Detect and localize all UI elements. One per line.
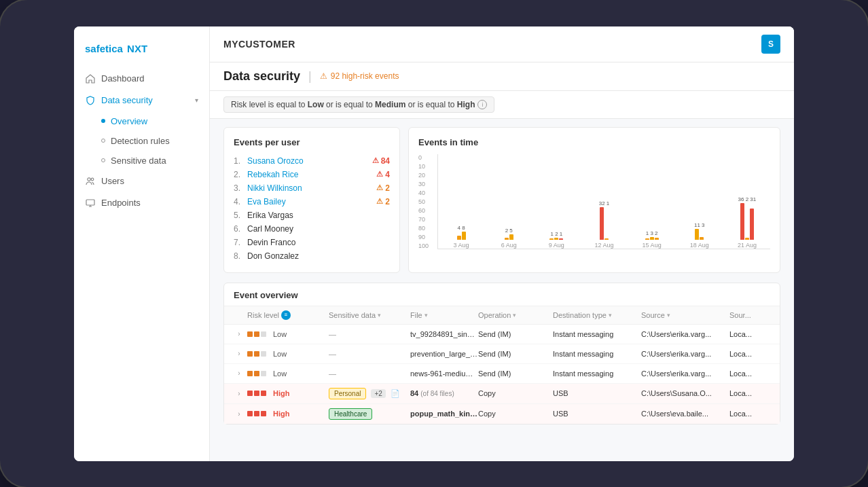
source2-cell: Loca...: [729, 369, 770, 378]
content-area: Events per user 1. Susana Orozco ⚠84 2. …: [210, 119, 794, 461]
expand-button[interactable]: ›: [234, 388, 245, 399]
list-item: 2. Rebekah Rice ⚠4: [234, 168, 390, 181]
sidebar-label-users: Users: [101, 176, 124, 186]
sq1: [247, 411, 253, 416]
inactive-dot: [101, 139, 105, 143]
sensitive-data-cell: Healthcare: [329, 408, 410, 420]
table-row: › Low — news-961-medium-darryl-strawberr…: [224, 364, 780, 384]
th-risk[interactable]: Risk level ≡: [247, 310, 329, 320]
sq3: [261, 391, 266, 396]
sensitive-data-cell: Personal +2 📄: [329, 388, 410, 399]
event-overview-card: Event overview Risk level ≡ Sensitive da…: [223, 283, 780, 425]
home-icon: [85, 73, 96, 84]
bar: [549, 238, 554, 240]
expand-button[interactable]: ›: [234, 368, 245, 379]
filter-pill[interactable]: Risk level is equal to Low or is equal t…: [223, 96, 494, 113]
charts-row: Events per user 1. Susana Orozco ⚠84 2. …: [223, 127, 780, 273]
top-bar-actions: S: [761, 35, 780, 54]
y-axis: 100 90 80 70 60 50 40 30 20 10 0: [418, 154, 435, 249]
destination-cell: Instant messaging: [553, 350, 641, 358]
bar: [740, 203, 744, 240]
user-list: 1. Susana Orozco ⚠84 2. Rebekah Rice ⚠4 …: [234, 154, 390, 263]
sidebar-item-overview[interactable]: Overview: [74, 111, 209, 131]
bar: [457, 236, 461, 240]
source2-cell: Loca...: [729, 389, 770, 397]
risk-squares: [247, 351, 266, 357]
tablet-frame: safetica NXT Dashboard Data security: [0, 0, 868, 487]
sq3: [261, 411, 266, 416]
chart-bars-area: 4 8 3 Aug 2 5: [437, 154, 770, 249]
sq2: [254, 331, 259, 337]
chart-group-21aug: 36 2 31 21 Aug: [724, 196, 770, 249]
bar: [695, 229, 699, 240]
logo-text: safetica: [85, 43, 123, 54]
list-item: 7. Devin Franco: [234, 236, 390, 249]
sidebar-item-data-security[interactable]: Data security ▾: [74, 90, 209, 111]
sidebar-item-dashboard[interactable]: Dashboard: [74, 68, 209, 90]
high-risk-badge: ⚠ 92 high-risk events: [320, 71, 399, 81]
sidebar-item-sensitive-data[interactable]: Sensitive data: [74, 151, 209, 170]
risk-squares: [247, 391, 266, 396]
svg-point-0: [88, 177, 90, 180]
bar: [462, 232, 466, 240]
customer-name: MYCUSTOMER: [223, 39, 295, 50]
bar: [655, 238, 659, 240]
sensitive-data-cell: —: [329, 350, 410, 358]
operation-cell: Copy: [478, 410, 553, 418]
bar: [604, 238, 609, 240]
source-cell: C:\Users\erika.varg...: [641, 350, 729, 358]
svg-point-1: [91, 178, 94, 181]
chart-group-12aug: 32 1 12 Aug: [581, 200, 627, 249]
risk-filter-active[interactable]: ≡: [281, 310, 291, 320]
th-operation[interactable]: Operation ▾: [478, 311, 553, 319]
source2-cell: Loca...: [729, 410, 770, 418]
bar: [505, 238, 509, 240]
sensitive-data-cell: —: [329, 330, 410, 338]
th-destination[interactable]: Destination type ▾: [553, 311, 641, 319]
sidebar-label-sensitive: Sensitive data: [111, 156, 166, 166]
monitor-icon: [85, 198, 96, 209]
th-source2: Sour...: [729, 311, 770, 319]
chart-group-9aug: 1 2 1 9 Aug: [533, 231, 579, 249]
sidebar: safetica NXT Dashboard Data security: [74, 26, 210, 461]
expand-button[interactable]: ›: [234, 408, 245, 419]
events-in-time-card: Events in time 100 90 80 70 60 50 40 30: [408, 127, 780, 273]
th-source[interactable]: Source ▾: [641, 311, 729, 319]
list-item: 5. Erika Vargas: [234, 209, 390, 222]
expand-button[interactable]: ›: [234, 348, 245, 359]
sidebar-item-users[interactable]: Users: [74, 170, 209, 192]
svg-rect-2: [86, 200, 94, 205]
destination-cell: Instant messaging: [553, 330, 641, 338]
bar: [600, 207, 604, 240]
th-file[interactable]: File ▾: [410, 311, 478, 319]
file-cell: tv_99284891_singapore_rwanda_worth_david…: [410, 330, 478, 338]
sq2: [254, 391, 259, 396]
sq2: [254, 411, 259, 416]
risk-label: High: [273, 389, 289, 397]
risk-label: Low: [273, 350, 287, 358]
risk-squares: [247, 331, 266, 337]
sidebar-item-detection-rules[interactable]: Detection rules: [74, 131, 209, 151]
risk-squares: [247, 411, 266, 416]
bar: [745, 238, 749, 240]
high-risk-count: 92 high-risk events: [331, 71, 399, 81]
settings-button[interactable]: S: [761, 35, 780, 54]
expand-button[interactable]: ›: [234, 329, 245, 340]
sq1: [247, 331, 253, 337]
risk-label: Low: [273, 369, 287, 378]
info-icon[interactable]: i: [477, 100, 487, 109]
logo-nxt: NXT: [124, 43, 147, 54]
file-cell: prevention_large_latvia_ashley-olsen_spa…: [410, 350, 478, 358]
list-item: 4. Eva Bailey ⚠2: [234, 195, 390, 209]
source2-cell: Loca...: [729, 350, 770, 358]
risk-squares: [247, 371, 266, 376]
filter-text: Risk level is equal to Low or is equal t…: [231, 100, 475, 109]
page-header: Data security | ⚠ 92 high-risk events: [210, 62, 794, 91]
warning-icon: ⚠: [320, 71, 327, 81]
file-cell: popup_math_kingstown.xls: [410, 410, 478, 418]
sidebar-item-endpoints[interactable]: Endpoints: [74, 192, 209, 214]
shield-icon: [85, 95, 96, 106]
page-title: Data security: [223, 69, 300, 84]
chart-group-15aug: 1 3 2 15 Aug: [629, 230, 675, 249]
th-sensitive[interactable]: Sensitive data ▾: [329, 311, 410, 319]
